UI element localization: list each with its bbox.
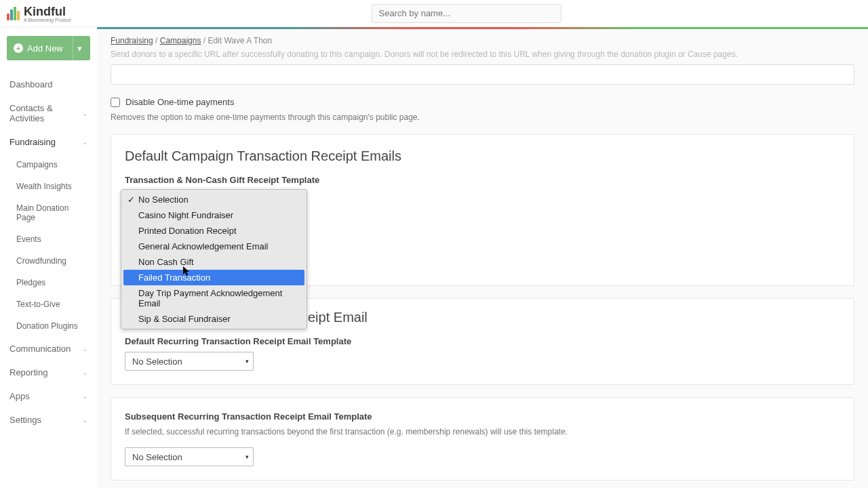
subnav-pledges[interactable]: Pledges	[14, 272, 90, 293]
dropdown-option-printed[interactable]: Printed Donation Receipt	[123, 223, 304, 239]
nav-settings[interactable]: Settings⌄	[7, 408, 90, 432]
caret-down-icon[interactable]: ▾	[73, 36, 86, 60]
chevron-down-icon: ⌄	[82, 369, 87, 376]
disable-onetime-checkbox[interactable]	[111, 98, 120, 107]
nav-dashboard[interactable]: Dashboard	[7, 73, 90, 96]
subnav-donation-plugins[interactable]: Donation Plugins	[14, 315, 90, 337]
dropdown-option-noncash[interactable]: Non Cash Gift	[123, 254, 304, 270]
subnav-text-to-give[interactable]: Text-to-Give	[14, 293, 90, 315]
subnav-main-donation[interactable]: Main Donation Page	[14, 197, 90, 228]
logo[interactable]: Kindful A Bloomerang Product	[7, 5, 71, 22]
main-content: Fundraising / Campaigns / Edit Wave A Th…	[97, 29, 868, 488]
nav-contacts[interactable]: Contacts & Activities⌄	[7, 96, 90, 130]
field-label-subsequent: Subsequent Recurring Transaction Receipt…	[125, 411, 840, 422]
template-dropdown-menu: No Selection Casino Night Fundraiser Pri…	[121, 189, 307, 329]
nav-apps[interactable]: Apps⌄	[7, 384, 90, 408]
redirect-url-input[interactable]	[111, 64, 854, 85]
select-arrow-icon: ▾	[245, 453, 249, 460]
sidebar: + Add New ▾ Dashboard Contacts & Activit…	[0, 29, 97, 488]
nav-fundraising-sub: Campaigns Wealth Insights Main Donation …	[7, 154, 90, 337]
select-arrow-icon: ▾	[245, 358, 249, 365]
chevron-down-icon: ⌄	[82, 416, 87, 424]
search-input[interactable]	[372, 4, 561, 23]
logo-text: Kindful	[24, 5, 71, 19]
dropdown-option-daytrip[interactable]: Day Trip Payment Acknowledgement Email	[123, 285, 304, 311]
chevron-down-icon: ⌄	[82, 345, 87, 352]
subnav-crowdfunding[interactable]: Crowdfunding	[14, 250, 90, 272]
plus-icon: +	[14, 43, 23, 53]
card-subsequent-recurring: Subsequent Recurring Transaction Receipt…	[111, 397, 854, 481]
dropdown-option-general[interactable]: General Acknowledgement Email	[123, 239, 304, 254]
breadcrumb-fundraising[interactable]: Fundraising	[111, 36, 153, 45]
nav-communication[interactable]: Communication⌄	[7, 337, 90, 361]
field-label-template: Transaction & Non-Cash Gift Receipt Temp…	[125, 175, 840, 185]
add-new-label: Add New	[27, 43, 63, 54]
subsequent-help: If selected, successful recurring transa…	[125, 427, 840, 436]
breadcrumb-current: Edit Wave A Thon	[208, 36, 272, 45]
add-new-button[interactable]: + Add New ▾	[7, 36, 90, 60]
dropdown-option-no-selection[interactable]: No Selection	[123, 192, 304, 207]
subnav-campaigns[interactable]: Campaigns	[14, 154, 90, 176]
recurring-template-select[interactable]: No Selection ▾	[125, 352, 254, 371]
topbar: Kindful A Bloomerang Product	[0, 0, 868, 27]
chevron-down-icon: ⌄	[82, 110, 87, 117]
dropdown-option-failed[interactable]: Failed Transaction	[123, 270, 304, 285]
chevron-down-icon: ⌄	[82, 138, 87, 146]
chevron-down-icon: ⌄	[82, 392, 87, 400]
breadcrumb: Fundraising / Campaigns / Edit Wave A Th…	[97, 29, 868, 49]
field-label-recurring: Default Recurring Transaction Receipt Em…	[125, 336, 840, 346]
dropdown-option-sip[interactable]: Sip & Social Fundraiser	[123, 311, 304, 327]
logo-bars-icon	[7, 7, 20, 20]
redirect-help-text: Send donors to a specific URL after succ…	[111, 49, 854, 59]
subsequent-template-select[interactable]: No Selection ▾	[125, 447, 254, 466]
dropdown-option-casino[interactable]: Casino Night Fundraiser	[123, 207, 304, 223]
subnav-events[interactable]: Events	[14, 228, 90, 250]
subnav-wealth[interactable]: Wealth Insights	[14, 176, 90, 197]
nav-reporting[interactable]: Reporting⌄	[7, 361, 90, 384]
card-title: Default Campaign Transaction Receipt Ema…	[125, 148, 840, 164]
disable-onetime-help: Removes the option to make one-time paym…	[111, 113, 854, 122]
disable-onetime-label: Disable One-time payments	[125, 97, 234, 107]
logo-tagline: A Bloomerang Product	[24, 18, 71, 22]
card-default-receipt: Default Campaign Transaction Receipt Ema…	[111, 134, 854, 286]
nav-fundraising[interactable]: Fundraising⌄	[7, 130, 90, 154]
breadcrumb-campaigns[interactable]: Campaigns	[160, 36, 201, 45]
